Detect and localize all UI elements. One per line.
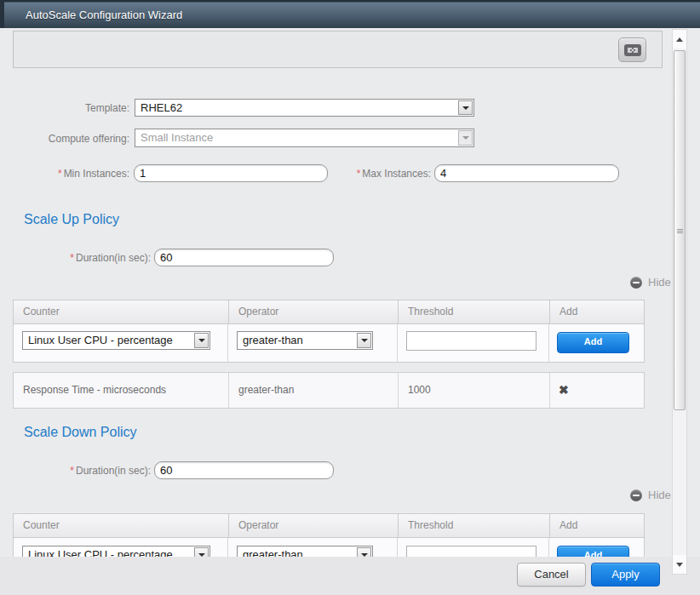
threshold-cell	[398, 324, 549, 362]
max-instances-label-text: Max Instances:	[362, 168, 431, 180]
template-select-arrow-button[interactable]	[458, 100, 473, 115]
operator-select-arrow-button[interactable]	[357, 333, 371, 348]
scale-up-duration-input[interactable]	[154, 249, 334, 266]
scale-down-duration-label: *Duration(in sec):	[0, 465, 151, 477]
threshold-cell	[398, 538, 549, 557]
condition-operator: greater-than	[229, 373, 399, 408]
scale-down-add-button[interactable]: Add	[557, 546, 629, 557]
counter-select-arrow-button[interactable]	[194, 547, 209, 557]
scale-up-policy-heading: Scale Up Policy	[24, 212, 119, 227]
scale-up-duration-label-text: Duration(in sec):	[76, 252, 151, 264]
column-header-counter: Counter	[14, 300, 229, 323]
scale-down-operator-select-value: greater-than	[243, 546, 353, 557]
scrollbar-up-button[interactable]	[673, 30, 686, 49]
max-instances-input[interactable]	[434, 164, 619, 182]
scale-up-condition-row: Response Time - microseconds greater-tha…	[13, 372, 645, 409]
header-panel	[13, 31, 663, 68]
column-header-operator: Operator	[229, 300, 399, 323]
scale-up-counter-select-value: Linux User CPU - percentage	[28, 332, 191, 349]
min-instances-input[interactable]	[134, 164, 328, 182]
scale-up-operator-select[interactable]: greater-than	[237, 331, 373, 350]
scale-up-add-button[interactable]: Add	[557, 332, 629, 353]
operator-cell: greater-than	[228, 324, 398, 362]
dropdown-arrow-icon	[198, 339, 205, 342]
scale-down-counter-select-value: Linux User CPU - percentage	[28, 546, 191, 557]
compute-offering-select-value: Small Instance	[141, 129, 455, 146]
scrollbar-thumb[interactable]	[674, 50, 686, 410]
dialog-footer: Cancel Apply	[0, 557, 700, 595]
scale-down-policy-heading: Scale Down Policy	[24, 425, 137, 440]
counter-cell: Linux User CPU - percentage	[14, 324, 228, 362]
required-asterisk: *	[70, 465, 74, 477]
scale-down-operator-select[interactable]: greater-than	[237, 546, 373, 557]
add-cell: Add	[549, 538, 644, 557]
dropdown-arrow-icon	[361, 339, 368, 342]
min-instances-label-text: Min Instances:	[64, 168, 129, 180]
compute-offering-label: Compute offering:	[0, 133, 129, 145]
required-asterisk: *	[70, 252, 74, 264]
column-header-add: Add	[550, 514, 644, 537]
operator-cell: greater-than	[228, 538, 398, 557]
scroll-up-icon	[676, 37, 683, 42]
required-asterisk: *	[357, 168, 361, 180]
operator-select-arrow-button[interactable]	[357, 547, 371, 557]
minus-icon	[630, 277, 642, 289]
scale-down-editor-row-clipped: Linux User CPU - percentage greater-than…	[13, 538, 645, 557]
scale-up-threshold-input[interactable]	[406, 331, 536, 351]
scale-up-operator-select-value: greater-than	[243, 332, 353, 349]
scale-up-hide-button[interactable]: Hide	[630, 276, 671, 289]
vertical-scrollbar[interactable]	[672, 29, 687, 575]
template-select[interactable]: RHEL62	[135, 99, 474, 117]
scroll-down-icon	[676, 563, 683, 567]
column-header-add: Add	[550, 300, 644, 323]
column-header-threshold: Threshold	[399, 514, 550, 537]
minus-icon	[630, 489, 642, 501]
scale-down-threshold-input[interactable]	[406, 546, 536, 557]
scale-up-editor-row: Linux User CPU - percentage greater-than…	[13, 324, 645, 363]
column-header-counter: Counter	[14, 514, 229, 537]
scale-up-hide-label: Hide	[648, 276, 671, 289]
scale-down-table-header: Counter Operator Threshold Add	[13, 513, 645, 538]
compute-offering-label-text: Compute offering:	[49, 133, 129, 145]
scale-down-duration-input[interactable]	[154, 461, 334, 479]
scale-up-duration-label: *Duration(in sec):	[0, 252, 151, 264]
apply-button[interactable]: Apply	[591, 563, 660, 586]
add-cell: Add	[549, 324, 644, 362]
template-select-value: RHEL62	[141, 100, 455, 116]
required-asterisk: *	[58, 168, 62, 180]
template-label-text: Template:	[85, 102, 129, 114]
condition-counter: Response Time - microseconds	[14, 373, 229, 408]
dialog-title: AutoScale Configuration Wizard	[26, 2, 182, 28]
counter-cell: Linux User CPU - percentage	[14, 538, 228, 557]
delete-condition-icon[interactable]: ✖	[550, 383, 569, 397]
template-label: Template:	[0, 102, 129, 114]
view-toggle-icon	[624, 44, 641, 56]
scale-down-hide-label: Hide	[648, 489, 671, 501]
min-instances-label: *Min Instances:	[0, 168, 129, 180]
condition-actions: ✖	[550, 373, 644, 408]
compute-offering-select-arrow-button	[458, 130, 473, 146]
scale-up-table-header: Counter Operator Threshold Add	[13, 300, 645, 324]
dialog-titlebar: AutoScale Configuration Wizard	[0, 0, 700, 28]
max-instances-label: *Max Instances:	[341, 168, 431, 180]
view-toggle-button[interactable]	[618, 37, 646, 62]
compute-offering-select: Small Instance	[135, 129, 474, 147]
scrollbar-down-button[interactable]	[673, 555, 686, 574]
scale-down-hide-button[interactable]: Hide	[630, 489, 671, 501]
scrollbar-grip-icon	[677, 229, 683, 233]
dropdown-arrow-icon	[462, 106, 469, 110]
condition-threshold: 1000	[399, 373, 550, 408]
cancel-button[interactable]: Cancel	[517, 563, 586, 586]
counter-select-arrow-button[interactable]	[194, 333, 209, 348]
scale-down-duration-label-text: Duration(in sec):	[76, 465, 151, 477]
autoscale-wizard-dialog: AutoScale Configuration Wizard Template:…	[0, 0, 700, 595]
scale-up-counter-select[interactable]: Linux User CPU - percentage	[22, 331, 210, 350]
scale-down-counter-select[interactable]: Linux User CPU - percentage	[22, 546, 210, 557]
column-header-threshold: Threshold	[399, 300, 550, 323]
column-header-operator: Operator	[229, 514, 399, 537]
dropdown-arrow-icon	[462, 136, 469, 140]
